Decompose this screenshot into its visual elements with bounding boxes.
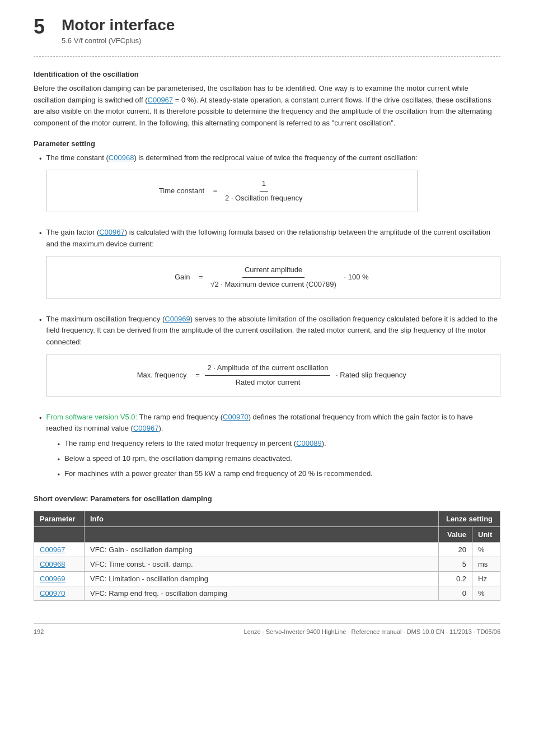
page-footer: 192 Lenze · Servo-Inverter 9400 HighLine… bbox=[34, 623, 500, 635]
sub-bullet-3: • For machines with a power greater than… bbox=[58, 468, 500, 481]
param-link-C00970[interactable]: C00970 bbox=[40, 589, 65, 598]
short-overview-heading: Short overview: Parameters for oscillati… bbox=[34, 494, 500, 503]
parameter-table: Parameter Info Lenze setting Value Unit … bbox=[34, 511, 500, 601]
th-lenze-setting: Lenze setting bbox=[439, 511, 500, 526]
table-row: C00968VFC: Time const. - oscill. damp.5m… bbox=[34, 557, 500, 571]
bullet-4-pre: The ramp end frequency ( bbox=[137, 413, 223, 421]
bullet-4-content: From software version V5.0: The ramp end… bbox=[46, 412, 500, 483]
bullet-3-pre: The maximum oscillation frequency ( bbox=[46, 315, 165, 323]
page-number: 192 bbox=[34, 628, 44, 635]
c00089-link[interactable]: C00089 bbox=[296, 439, 322, 447]
bullet-3-content: The maximum oscillation frequency (C0096… bbox=[46, 314, 500, 405]
bullet-item-4: • From software version V5.0: The ramp e… bbox=[39, 412, 500, 483]
formula-3-label: Max. frequency bbox=[137, 370, 187, 381]
parameter-bullet-list: • The time constant (C00968) is determin… bbox=[39, 152, 500, 483]
sub-bullet-2: • Below a speed of 10 rpm, the oscillati… bbox=[58, 453, 500, 466]
th-unit: Unit bbox=[472, 526, 500, 542]
table-cell-unit: % bbox=[472, 542, 500, 557]
bullet-dot-2: • bbox=[39, 228, 42, 240]
sub-bullet-1: • The ramp end frequency refers to the r… bbox=[58, 438, 500, 451]
formula-2-den-rest: · Maximum device current (C00789) bbox=[219, 280, 336, 288]
bullet-4-post2: ). bbox=[158, 424, 163, 432]
formula-3-times: · Rated slip frequency bbox=[336, 370, 406, 381]
formula-1-equals: = bbox=[213, 185, 218, 197]
formula-3-frac: 2 · Amplitude of the current oscillation… bbox=[205, 362, 330, 389]
c00967-link-1[interactable]: C00967 bbox=[148, 96, 174, 104]
bullet-item-1: • The time constant (C00968) is determin… bbox=[39, 152, 500, 220]
formula-2-times: · 100 % bbox=[344, 272, 369, 283]
formula-3-equals: = bbox=[195, 370, 200, 381]
sub-bullet-2-text: Below a speed of 10 rpm, the oscillation… bbox=[64, 453, 292, 465]
table-cell-info: VFC: Time const. - oscill. damp. bbox=[85, 557, 439, 571]
formula-2-label: Gain bbox=[175, 272, 190, 283]
th-param-sub bbox=[34, 526, 85, 542]
param-link-C00967[interactable]: C00967 bbox=[40, 545, 65, 554]
c00968-link[interactable]: C00968 bbox=[109, 153, 134, 162]
section-divider bbox=[34, 56, 500, 57]
identification-section: Identification of the oscillation Before… bbox=[34, 70, 500, 129]
identification-heading: Identification of the oscillation bbox=[34, 70, 500, 78]
formula-1-num: 1 bbox=[260, 178, 268, 192]
chapter-title-block: Motor interface 5.6 V/f control (VFCplus… bbox=[62, 17, 175, 45]
th-parameter: Parameter bbox=[34, 511, 85, 526]
bullet-item-2: • The gain factor (C00967) is calculated… bbox=[39, 227, 500, 306]
sub-bullet-list: • The ramp end frequency refers to the r… bbox=[58, 438, 500, 480]
identification-body: Before the oscillation damping can be pa… bbox=[34, 83, 500, 129]
table-row: C00970VFC: Ramp end freq. - oscillation … bbox=[34, 586, 500, 600]
table-cell-param: C00970 bbox=[34, 586, 85, 600]
parameter-setting-heading: Parameter setting bbox=[34, 139, 500, 148]
formula-box-2: Gain = Current amplitude √2 · Maximum de… bbox=[46, 256, 500, 299]
sub-dot-1: • bbox=[58, 439, 60, 451]
table-cell-value: 5 bbox=[439, 557, 472, 571]
bullet-2-content: The gain factor (C00967) is calculated w… bbox=[46, 227, 500, 306]
formula-2-equals: = bbox=[199, 272, 203, 283]
sub-bullet-3-text: For machines with a power greater than 5… bbox=[64, 468, 373, 480]
bullet-1-pre: The time constant ( bbox=[46, 153, 109, 162]
table-cell-unit: % bbox=[472, 586, 500, 600]
param-link-C00969[interactable]: C00969 bbox=[40, 575, 65, 583]
formula-box-3: Max. frequency = 2 · Amplitude of the cu… bbox=[46, 354, 500, 397]
table-cell-unit: ms bbox=[472, 557, 500, 571]
table-cell-param: C00967 bbox=[34, 542, 85, 557]
table-cell-info: VFC: Gain - oscillation damping bbox=[85, 542, 439, 557]
bullet-1-post: ) is determined from the reciprocal valu… bbox=[134, 153, 418, 162]
table-cell-value: 20 bbox=[439, 542, 472, 557]
sub-dot-2: • bbox=[58, 454, 60, 466]
th-value: Value bbox=[439, 526, 472, 542]
bullet-2-pre: The gain factor ( bbox=[46, 228, 100, 236]
formula-2-frac: Current amplitude √2 · Maximum device cu… bbox=[208, 264, 339, 291]
bullet-4-green: From software version V5.0: bbox=[46, 413, 138, 421]
table-cell-param: C00969 bbox=[34, 571, 85, 586]
c00967-link-3[interactable]: C00967 bbox=[133, 424, 159, 432]
th-info-sub bbox=[85, 526, 439, 542]
table-row: C00967VFC: Gain - oscillation damping20% bbox=[34, 542, 500, 557]
table-cell-value: 0 bbox=[439, 586, 472, 600]
formula-1-frac: 1 2 · Oscillation frequency bbox=[223, 178, 305, 204]
bullet-dot-3: • bbox=[39, 315, 42, 326]
table-cell-value: 0.2 bbox=[439, 571, 472, 586]
page-header: 5 Motor interface 5.6 V/f control (VFCpl… bbox=[34, 17, 500, 45]
short-overview-section: Short overview: Parameters for oscillati… bbox=[34, 494, 500, 601]
bullet-item-3: • The maximum oscillation frequency (C00… bbox=[39, 314, 500, 405]
param-link-C00968[interactable]: C00968 bbox=[40, 560, 65, 568]
table-cell-param: C00968 bbox=[34, 557, 85, 571]
c00969-link[interactable]: C00969 bbox=[165, 315, 190, 323]
sub-dot-3: • bbox=[58, 469, 60, 481]
chapter-number: 5 bbox=[34, 17, 45, 37]
table-cell-unit: Hz bbox=[472, 571, 500, 586]
formula-1-den: 2 · Oscillation frequency bbox=[223, 192, 305, 204]
bullet-1-content: The time constant (C00968) is determined… bbox=[46, 152, 418, 220]
parameter-setting-section: Parameter setting • The time constant (C… bbox=[34, 139, 500, 483]
formula-box-1: Time constant = 1 2 · Oscillation freque… bbox=[46, 170, 418, 213]
table-header-row: Parameter Info Lenze setting bbox=[34, 511, 500, 526]
formula-3-den: Rated motor current bbox=[233, 376, 303, 389]
table-cell-info: VFC: Ramp end freq. - oscillation dampin… bbox=[85, 586, 439, 600]
formula-2-sqrt: √2 bbox=[210, 280, 218, 288]
chapter-title: Motor interface bbox=[62, 17, 175, 34]
formula-2-den: √2 · Maximum device current (C00789) bbox=[208, 278, 339, 291]
bullet-dot-4: • bbox=[39, 413, 42, 424]
c00967-link-2[interactable]: C00967 bbox=[99, 228, 125, 236]
c00970-link[interactable]: C00970 bbox=[223, 413, 249, 421]
doc-info: Lenze · Servo-Inverter 9400 HighLine · R… bbox=[244, 628, 500, 635]
chapter-subtitle: 5.6 V/f control (VFCplus) bbox=[62, 36, 175, 45]
